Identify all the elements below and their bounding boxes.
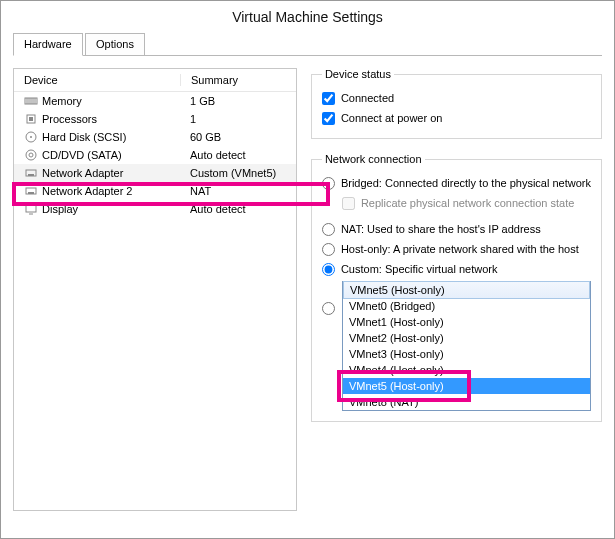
device-row-display[interactable]: Display Auto detect: [14, 200, 296, 218]
vmnet-dropdown[interactable]: VMnet5 (Host-only) VMnet0 (Bridged) VMne…: [342, 281, 591, 411]
connected-label: Connected: [341, 92, 394, 104]
vmnet-option[interactable]: VMnet8 (NAT): [343, 394, 590, 410]
vmnet-option[interactable]: VMnet4 (Host-only): [343, 362, 590, 378]
device-summary: Auto detect: [180, 203, 296, 215]
device-row-network-adapter[interactable]: Network Adapter Custom (VMnet5): [14, 164, 296, 182]
column-header-summary[interactable]: Summary: [181, 74, 296, 86]
custom-label: Custom: Specific virtual network: [341, 263, 498, 275]
device-summary: 1 GB: [180, 95, 296, 107]
device-list: Device Summary Memory 1 GB Processors: [13, 68, 297, 511]
cpu-icon: [24, 113, 38, 125]
device-list-header: Device Summary: [14, 69, 296, 92]
custom-radio-row[interactable]: Custom: Specific virtual network: [322, 259, 591, 279]
nic-icon: [24, 185, 38, 197]
device-label: Display: [42, 203, 78, 215]
device-status-group: Device status Connected Connect at power…: [311, 68, 602, 139]
vmnet-option-label: VMnet5 (Host-only): [349, 380, 444, 392]
vmnet-option-highlighted[interactable]: VMnet5 (Host-only): [343, 378, 590, 394]
device-status-legend: Device status: [322, 68, 394, 80]
replicate-checkbox: [342, 197, 355, 210]
hostonly-label: Host-only: A private network shared with…: [341, 243, 579, 255]
network-connection-group: Network connection Bridged: Connected di…: [311, 153, 602, 422]
connect-at-power-on-row[interactable]: Connect at power on: [322, 108, 591, 128]
bridged-label: Bridged: Connected directly to the physi…: [341, 177, 591, 189]
svg-point-10: [26, 150, 36, 160]
device-summary: NAT: [180, 185, 296, 197]
settings-tabs: Hardware Options: [13, 33, 602, 56]
connect-at-power-on-label: Connect at power on: [341, 112, 443, 124]
bridged-radio[interactable]: [322, 177, 335, 190]
lan-segment-radio[interactable]: [322, 302, 335, 315]
nat-radio-row[interactable]: NAT: Used to share the host's IP address: [322, 219, 591, 239]
replicate-label: Replicate physical network connection st…: [361, 197, 574, 209]
connect-at-power-on-checkbox[interactable]: [322, 112, 335, 125]
svg-rect-15: [28, 192, 34, 194]
vmnet-option[interactable]: VMnet2 (Host-only): [343, 330, 590, 346]
network-connection-legend: Network connection: [322, 153, 425, 165]
device-summary: Auto detect: [180, 149, 296, 161]
device-row-network-adapter-2[interactable]: Network Adapter 2 NAT: [14, 182, 296, 200]
vm-settings-window: Virtual Machine Settings Hardware Option…: [0, 0, 615, 539]
tab-options[interactable]: Options: [85, 33, 145, 56]
device-label: Hard Disk (SCSI): [42, 131, 126, 143]
custom-radio[interactable]: [322, 263, 335, 276]
device-summary: 1: [180, 113, 296, 125]
device-row-cddvd[interactable]: CD/DVD (SATA) Auto detect: [14, 146, 296, 164]
tab-hardware[interactable]: Hardware: [13, 33, 83, 56]
window-title: Virtual Machine Settings: [1, 1, 614, 33]
device-settings-panel: Device status Connected Connect at power…: [311, 68, 602, 511]
disk-icon: [24, 131, 38, 143]
device-summary: 60 GB: [180, 131, 296, 143]
device-row-memory[interactable]: Memory 1 GB: [14, 92, 296, 110]
svg-rect-7: [29, 117, 33, 121]
svg-point-11: [29, 153, 33, 157]
hostonly-radio-row[interactable]: Host-only: A private network shared with…: [322, 239, 591, 259]
nat-radio[interactable]: [322, 223, 335, 236]
connected-checkbox-row[interactable]: Connected: [322, 88, 591, 108]
vmnet-dropdown-area: VMnet5 (Host-only) VMnet0 (Bridged) VMne…: [342, 281, 591, 411]
vmnet-option[interactable]: VMnet0 (Bridged): [343, 298, 590, 314]
replicate-checkbox-row: Replicate physical network connection st…: [342, 193, 591, 213]
vmnet-option[interactable]: VMnet1 (Host-only): [343, 314, 590, 330]
column-header-device[interactable]: Device: [14, 74, 181, 86]
device-label: Processors: [42, 113, 97, 125]
nat-label: NAT: Used to share the host's IP address: [341, 223, 541, 235]
device-label: Network Adapter 2: [42, 185, 133, 197]
svg-point-9: [30, 136, 32, 138]
device-label: Memory: [42, 95, 82, 107]
device-row-harddisk[interactable]: Hard Disk (SCSI) 60 GB: [14, 128, 296, 146]
memory-icon: [24, 95, 38, 107]
svg-rect-13: [28, 174, 34, 176]
device-label: Network Adapter: [42, 167, 123, 179]
device-label: CD/DVD (SATA): [42, 149, 122, 161]
display-icon: [24, 203, 38, 215]
cd-icon: [24, 149, 38, 161]
device-row-processors[interactable]: Processors 1: [14, 110, 296, 128]
vmnet-option[interactable]: VMnet3 (Host-only): [343, 346, 590, 362]
vmnet-selected[interactable]: VMnet5 (Host-only): [343, 281, 590, 299]
hostonly-radio[interactable]: [322, 243, 335, 256]
nic-icon: [24, 167, 38, 179]
connected-checkbox[interactable]: [322, 92, 335, 105]
svg-rect-16: [26, 205, 36, 212]
bridged-radio-row[interactable]: Bridged: Connected directly to the physi…: [322, 173, 591, 193]
device-summary: Custom (VMnet5): [180, 167, 296, 179]
content-area: Device Summary Memory 1 GB Processors: [1, 56, 614, 523]
